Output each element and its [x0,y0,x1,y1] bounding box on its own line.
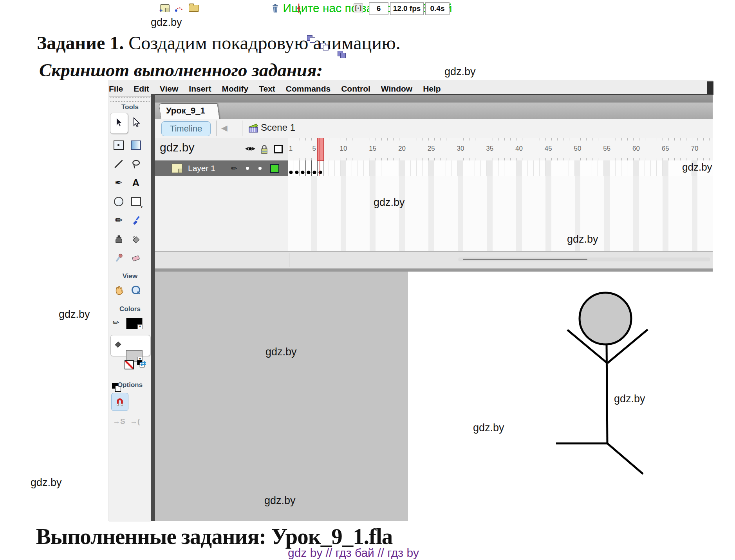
stick-right-leg [607,443,643,474]
keyframe-dot [301,171,304,174]
flyout-arrow-icon: ▾ [141,205,143,209]
ruler-number: 1 [289,145,293,153]
menu-control[interactable]: Control [341,84,370,94]
keyframe-cell[interactable] [305,160,312,176]
ruler-number: 10 [340,145,347,153]
keyframe-cell[interactable] [300,160,306,176]
options-section-label: Options [109,381,151,389]
frames-row[interactable] [288,160,713,176]
lock-layers-icon[interactable] [259,144,269,157]
folder-icon [189,5,199,12]
insert-layer-button[interactable]: + [159,2,171,14]
onion-skin-button[interactable] [307,34,316,42]
screenshot-caption: Скриншот выполненного задания: [39,59,323,81]
playhead[interactable] [317,138,324,161]
menu-modify[interactable]: Modify [222,84,249,94]
selection-tool[interactable] [111,115,126,130]
keyframe-cell[interactable] [294,160,300,176]
layer-page-icon [172,164,182,173]
menu-help[interactable]: Help [423,84,441,94]
separator [242,121,242,136]
layer-name[interactable]: Layer 1 [188,164,215,173]
layer-outline-color-swatch[interactable] [270,164,279,173]
insert-layer-folder-button[interactable] [188,2,200,14]
zoom-tool[interactable] [128,283,143,297]
ruler-number: 50 [574,145,581,153]
menu-commands[interactable]: Commands [286,84,330,94]
swap-colors-button[interactable]: ⇄ [136,359,148,369]
keyframe-dot [289,171,293,174]
snap-to-objects-toggle[interactable] [111,393,128,411]
stick-head [580,293,631,344]
eyedropper-tool[interactable] [111,250,126,265]
rectangle-tool[interactable]: ▾ [128,194,143,209]
hand-tool[interactable] [111,283,126,297]
timeline-scrollbar-thumb[interactable] [463,259,587,260]
watermark: gdz.by [473,422,504,434]
ink-bottle-tool[interactable] [111,232,126,247]
trash-icon [271,3,280,13]
layer-row[interactable]: Layer 1 ✏ [155,160,288,176]
delete-layer-button[interactable] [269,2,281,14]
ruler-number: 5 [312,145,316,153]
stroke-color-swatch[interactable]: ▾ [126,318,143,329]
eraser-tool[interactable] [128,250,143,265]
frame-rate-field[interactable]: 12.0 fps [390,2,424,15]
current-frame-field[interactable]: 6 [369,2,388,15]
back-arrow-button[interactable]: ◄ [219,122,229,134]
stick-figure-drawing[interactable] [408,272,735,521]
no-color-button[interactable] [125,360,134,369]
onion-skin-outlines-button[interactable] [320,42,329,50]
timeline-toggle-button[interactable]: Timeline [161,121,211,136]
layer-lock-dot[interactable] [258,167,262,170]
paint-bucket-tool[interactable] [128,232,143,247]
brush-icon [131,216,141,225]
keyframe-cell[interactable] [288,160,294,176]
ruler-number: 25 [428,145,435,153]
ruler-number: 45 [545,145,552,153]
center-frame-button[interactable] [293,2,305,14]
stick-body [607,344,607,444]
watermark: gdz.by [265,346,297,358]
modify-onion-markers-button[interactable]: [·] [352,2,364,14]
text-tool[interactable]: A [128,175,143,190]
oval-tool[interactable] [111,194,126,209]
brush-tool[interactable] [128,213,143,228]
lasso-tool[interactable] [128,157,143,171]
menu-file[interactable]: File [109,84,123,94]
menu-edit[interactable]: Edit [134,84,149,94]
menu-text[interactable]: Text [259,84,275,94]
panel-grip[interactable] [110,97,150,102]
pencil-tool[interactable]: ✏ [111,213,126,228]
keyframe-cell[interactable] [311,160,318,176]
ruler-number: 40 [515,145,523,153]
pen-tool[interactable]: ✒ [111,175,126,190]
scene-name[interactable]: Scene 1 [261,122,295,133]
pencil-icon: ✏ [115,215,123,226]
straighten-option[interactable]: →( [130,417,140,426]
smooth-option[interactable]: →S [113,417,125,426]
menu-view[interactable]: View [160,84,178,94]
elapsed-time-field[interactable]: 0.4s [425,2,450,15]
text-tool-icon: A [132,177,140,189]
eraser-icon [131,253,141,263]
add-motion-guide-button[interactable] [173,2,185,14]
subselection-tool[interactable] [128,115,143,130]
stage-pasteboard[interactable] [155,272,408,521]
watermark: gdz.by [31,477,62,489]
menu-insert[interactable]: Insert [189,84,211,94]
free-transform-tool[interactable] [111,138,126,153]
outline-view-icon[interactable] [274,145,283,153]
gradient-transform-tool[interactable] [128,138,143,153]
line-tool[interactable] [111,157,126,171]
show-hide-layers-icon[interactable] [244,144,256,155]
menu-window[interactable]: Window [381,84,412,94]
watermark: gdz.by [567,233,598,245]
completed-file-name: Урок_9_1.fla [271,524,392,549]
ruler-number: 60 [632,145,640,153]
edit-multiple-frames-button[interactable] [338,50,346,58]
oval-icon [114,197,123,206]
timeline-ruler[interactable]: 1510152025303540455055606570 [288,138,713,161]
layer-visibility-dot[interactable] [246,167,249,170]
document-tab-label[interactable]: Урок_9_1 [166,106,205,116]
